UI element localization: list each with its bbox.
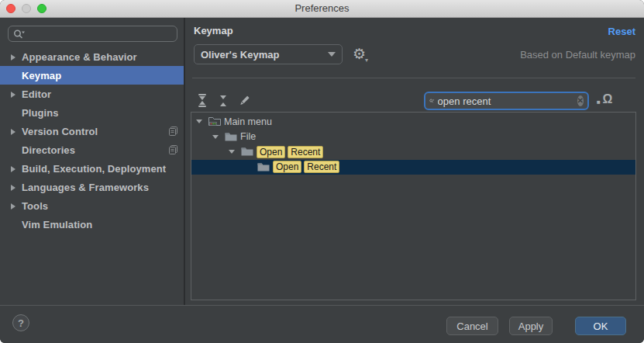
- tree-row-label: File: [240, 131, 256, 142]
- action-search-field[interactable]: ✕: [424, 92, 589, 110]
- sidebar-item-vim-emulation[interactable]: Vim Emulation: [0, 215, 184, 234]
- titlebar: Preferences: [0, 0, 644, 18]
- expand-all-icon[interactable]: [196, 94, 208, 107]
- sidebar-item-label: Plugins: [22, 107, 59, 119]
- help-button[interactable]: ?: [12, 314, 29, 331]
- expand-arrow-icon[interactable]: [11, 161, 22, 175]
- keymap-toolbar: [196, 94, 250, 107]
- cancel-button[interactable]: Cancel: [446, 317, 498, 335]
- sidebar-item-label: Version Control: [22, 126, 98, 137]
- close-icon[interactable]: [6, 4, 15, 13]
- tree-expander-icon[interactable]: [195, 120, 208, 123]
- sidebar-item-label: Directories: [22, 144, 75, 156]
- traffic-lights: [6, 4, 46, 13]
- page-title: Keymap: [194, 25, 233, 36]
- preferences-window: Preferences Appearance & BehaviorKeymapE…: [0, 0, 644, 343]
- gear-icon[interactable]: ⚙▾: [353, 46, 368, 69]
- sidebar-nav: Appearance & BehaviorKeymapEditorPlugins…: [0, 47, 184, 234]
- find-shortcut-icon[interactable]: ■ Ω: [597, 92, 612, 106]
- apply-button[interactable]: Apply: [509, 317, 553, 335]
- tree-expander-icon[interactable]: [227, 150, 241, 154]
- folder-icon: [241, 147, 253, 157]
- chevron-down-icon: ▾: [365, 57, 368, 64]
- tree-row-label: OpenRecent: [257, 146, 325, 158]
- search-match-highlight: Recent: [288, 146, 323, 158]
- folder-icon: [225, 132, 237, 142]
- keymap-select[interactable]: Oliver's Keymap: [194, 44, 343, 64]
- header-divider: [192, 78, 635, 78]
- sidebar-item-label: Build, Execution, Deployment: [22, 163, 166, 175]
- tree-row-open-recent[interactable]: OpenRecent: [191, 144, 635, 160]
- tree-row-label: Main menu: [224, 116, 272, 127]
- sidebar-item-label: Languages & Frameworks: [22, 182, 149, 193]
- sidebar-item-label: Editor: [22, 88, 51, 100]
- sidebar-item-directories[interactable]: Directories: [0, 140, 184, 159]
- search-icon: [429, 95, 435, 106]
- sidebar-item-keymap[interactable]: Keymap: [0, 66, 184, 85]
- sidebar-item-label: Tools: [22, 200, 48, 212]
- settings-search-input[interactable]: [26, 28, 177, 40]
- sidebar-item-version-control[interactable]: Version Control: [0, 122, 184, 140]
- footer-bar: ? Cancel Apply OK: [0, 305, 644, 343]
- settings-search-box[interactable]: [8, 26, 177, 42]
- action-search-input[interactable]: [435, 95, 577, 107]
- based-on-label: Based on Default keymap: [520, 49, 635, 61]
- main-menu-icon: [208, 116, 221, 126]
- collapse-all-icon[interactable]: [217, 94, 229, 107]
- search-icon: [13, 29, 26, 40]
- expand-arrow-icon[interactable]: [11, 199, 22, 213]
- reset-link[interactable]: Reset: [608, 26, 635, 37]
- expand-arrow-icon[interactable]: [11, 180, 22, 194]
- tree-expander-icon[interactable]: [211, 135, 225, 139]
- chevron-down-icon: [328, 52, 336, 57]
- per-project-icon: [169, 126, 177, 136]
- sidebar-item-label: Appearance & Behavior: [22, 51, 137, 63]
- sidebar-item-appearance-behavior[interactable]: Appearance & Behavior: [0, 47, 184, 66]
- folder-icon: [257, 162, 270, 172]
- keymap-tree: Main menuFileOpenRecentOpenRecent: [191, 112, 636, 300]
- tree-row-open-recent-selected[interactable]: OpenRecent: [191, 160, 635, 175]
- sidebar-item-editor[interactable]: Editor: [0, 85, 184, 103]
- ok-button[interactable]: OK: [575, 317, 626, 335]
- edit-pencil-icon[interactable]: [238, 94, 250, 107]
- sidebar-item-plugins[interactable]: Plugins: [0, 103, 184, 122]
- keymap-panel: Keymap Reset Oliver's Keymap ⚙▾ Based on…: [185, 18, 644, 305]
- sidebar-item-tools[interactable]: Tools: [0, 196, 184, 215]
- tree-row-main-menu[interactable]: Main menu: [191, 114, 635, 130]
- tree-row-file[interactable]: File: [191, 130, 635, 145]
- expand-arrow-icon[interactable]: [11, 124, 22, 138]
- sidebar-item-label: Keymap: [22, 70, 61, 81]
- sidebar-item-languages-frameworks[interactable]: Languages & Frameworks: [0, 178, 184, 196]
- keymap-select-value: Oliver's Keymap: [201, 49, 328, 61]
- zoom-icon[interactable]: [37, 4, 46, 13]
- search-match-highlight: Open: [273, 161, 301, 173]
- expand-arrow-icon[interactable]: [11, 87, 22, 101]
- tree-row-label: OpenRecent: [273, 161, 342, 173]
- sidebar-item-build-execution-deployment[interactable]: Build, Execution, Deployment: [0, 159, 184, 178]
- search-match-highlight: Recent: [304, 161, 339, 173]
- clear-icon[interactable]: ✕: [577, 95, 584, 106]
- minimize-icon[interactable]: [22, 4, 31, 13]
- settings-sidebar: Appearance & BehaviorKeymapEditorPlugins…: [0, 18, 185, 305]
- expand-arrow-icon[interactable]: [11, 50, 22, 64]
- search-match-highlight: Open: [257, 146, 285, 158]
- window-title: Preferences: [0, 0, 644, 17]
- sidebar-item-label: Vim Emulation: [22, 219, 92, 230]
- per-project-icon: [169, 145, 177, 154]
